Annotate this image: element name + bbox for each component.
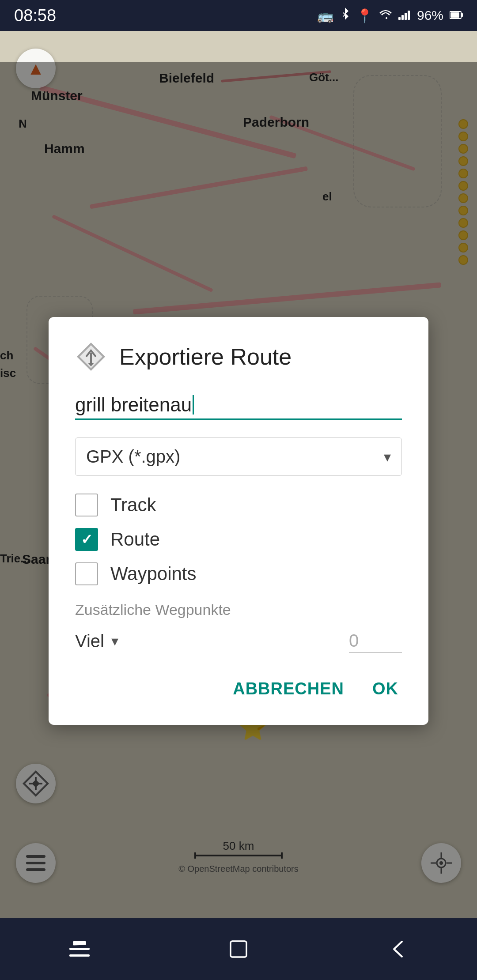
format-dropdown[interactable]: GPX (*.gpx) ▾ [75, 437, 402, 476]
status-bar: 08:58 🚌 📍 96% [0, 0, 477, 31]
nav-back-button[interactable] [375, 927, 420, 971]
route-label: Route [110, 529, 160, 550]
dialog-route-icon [75, 341, 107, 373]
signal-icon [398, 8, 411, 23]
status-icons: 🚌 📍 96% [317, 8, 463, 24]
svg-rect-5 [461, 13, 463, 17]
svg-rect-6 [450, 12, 459, 18]
waypoints-checkbox[interactable] [75, 562, 98, 585]
name-input-wrapper[interactable]: grill breitenau [75, 394, 402, 420]
svg-rect-1 [401, 15, 404, 20]
export-dialog: Exportiere Route grill breitenau GPX (*.… [49, 317, 428, 725]
track-checkbox[interactable] [75, 494, 98, 516]
format-dropdown-label: GPX (*.gpx) [86, 447, 180, 467]
svg-rect-23 [69, 948, 90, 950]
status-time: 08:58 [14, 6, 56, 25]
waypoints-label: Waypoints [110, 563, 197, 584]
svg-rect-24 [69, 954, 90, 957]
dialog-overlay: Exportiere Route grill breitenau GPX (*.… [0, 62, 477, 980]
wifi-icon [379, 8, 392, 23]
svg-rect-22 [73, 942, 86, 945]
nav-home-button[interactable] [216, 927, 261, 971]
section-label: Zusätzliche Wegpunkte [75, 601, 402, 618]
svg-rect-3 [408, 11, 410, 20]
svg-rect-0 [398, 17, 401, 20]
name-input-value: grill breitenau [75, 394, 192, 416]
bluetooth-icon [340, 8, 350, 24]
svg-rect-2 [405, 13, 407, 20]
text-cursor [193, 395, 194, 415]
nav-bar [0, 918, 477, 980]
format-dropdown-arrow: ▾ [384, 449, 391, 465]
waypoints-dropdown-label: Viel [75, 631, 104, 651]
dialog-title: Exportiere Route [119, 343, 292, 370]
map-background: Bielefeld Paderborn Münster Hamm N ch is… [0, 31, 477, 980]
battery-percent: 96% [417, 8, 443, 23]
track-label: Track [110, 494, 156, 516]
dialog-buttons: ABBRECHEN OK [75, 674, 402, 704]
ok-button[interactable]: OK [369, 674, 402, 704]
svg-rect-25 [231, 941, 246, 957]
waypoints-amount-dropdown[interactable]: Viel ▾ [75, 631, 340, 651]
track-checkbox-row[interactable]: Track [75, 494, 402, 516]
location-icon: 📍 [356, 8, 373, 23]
cancel-button[interactable]: ABBRECHEN [229, 674, 348, 704]
route-checkbox[interactable] [75, 528, 98, 551]
waypoints-dropdown-arrow: ▾ [111, 633, 118, 649]
waypoints-row: Viel ▾ [75, 629, 402, 653]
dialog-header: Exportiere Route [75, 341, 402, 373]
route-checkbox-row[interactable]: Route [75, 528, 402, 551]
sd-card-icon: 🚌 [317, 8, 333, 23]
battery-icon [450, 8, 463, 23]
waypoints-checkbox-row[interactable]: Waypoints [75, 562, 402, 585]
nav-menu-button[interactable] [57, 927, 102, 971]
waypoints-number-input[interactable] [349, 629, 402, 653]
